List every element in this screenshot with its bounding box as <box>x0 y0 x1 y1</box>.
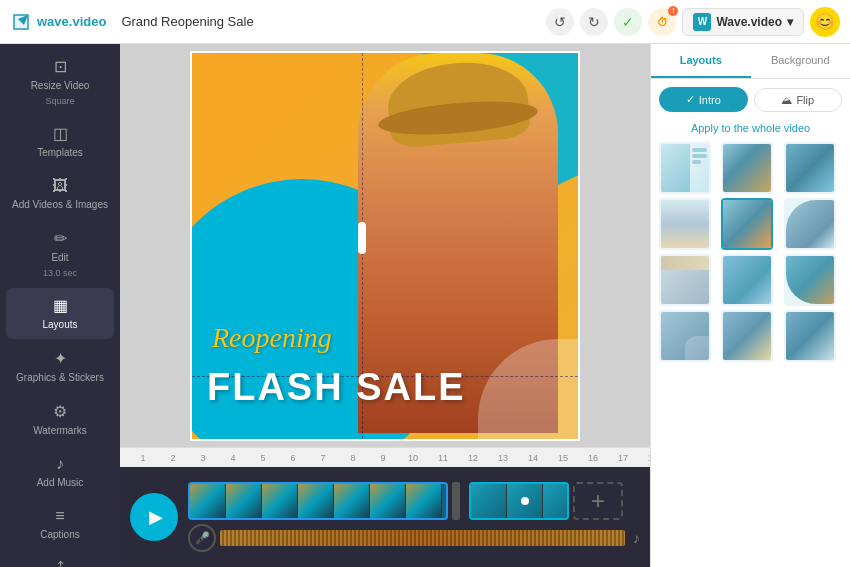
play-button[interactable]: ▶ <box>130 493 178 541</box>
sidebar-label-add-videos: Add Videos & Images <box>12 199 108 211</box>
sidebar-item-add-videos[interactable]: 🖼 Add Videos & Images <box>6 169 114 219</box>
flip-label: Flip <box>796 94 814 106</box>
sidebar-item-watermarks[interactable]: ⚙ Watermarks <box>6 394 114 445</box>
ruler-mark: 12 <box>458 453 488 463</box>
sidebar-item-captions[interactable]: ≡ Captions <box>6 499 114 549</box>
canvas-wrapper[interactable]: Reopening FLASH SALE <box>120 44 650 447</box>
secondary-clip[interactable] <box>469 482 569 520</box>
ruler-mark: 14 <box>518 453 548 463</box>
sidebar-item-music[interactable]: ♪ Add Music <box>6 447 114 497</box>
ruler-mark: 18 <box>638 453 650 463</box>
sidebar-label-templates: Templates <box>37 147 83 159</box>
toggle-intro-button[interactable]: ✓ Intro <box>659 87 748 112</box>
sidebar-sub-edit: 13.0 sec <box>43 268 77 278</box>
clip-thumb <box>406 484 442 518</box>
captions-icon: ≡ <box>55 507 64 525</box>
tab-background[interactable]: Background <box>751 44 851 78</box>
layout-thumb-12[interactable] <box>784 310 836 362</box>
topbar-controls: ↺ ↻ ✓ ⏱ ! W Wave.video ▾ 😊 <box>546 7 840 37</box>
undo-button[interactable]: ↺ <box>546 8 574 36</box>
sidebar-label-captions: Captions <box>40 529 79 541</box>
project-title[interactable]: Grand Reopening Sale <box>121 14 253 29</box>
mic-button[interactable]: 🎤 <box>188 524 216 552</box>
layout-thumb-8[interactable] <box>721 254 773 306</box>
clip-thumb <box>507 484 543 518</box>
sidebar-sub-resize: Square <box>45 96 74 106</box>
add-videos-icon: 🖼 <box>52 177 68 195</box>
workspace-label: Wave.video <box>716 15 782 29</box>
workspace-selector[interactable]: W Wave.video ▾ <box>682 8 804 36</box>
secondary-thumbnails <box>471 484 567 518</box>
panel-content: ✓ Intro ⛰ Flip Apply to the whole video <box>651 79 850 567</box>
clip-thumbnails <box>190 484 442 518</box>
panel-tabs: Layouts Background <box>651 44 850 79</box>
layout-thumb-3[interactable] <box>784 142 836 194</box>
ruler-mark: 2 <box>158 453 188 463</box>
layout-thumb-1[interactable] <box>659 142 711 194</box>
layout-thumb-11[interactable] <box>721 310 773 362</box>
layout-thumb-2[interactable] <box>721 142 773 194</box>
graphics-icon: ✦ <box>54 349 67 368</box>
canvas[interactable]: Reopening FLASH SALE <box>190 51 580 441</box>
right-panel: Layouts Background ✓ Intro ⛰ Flip Apply … <box>650 44 850 567</box>
audio-wave <box>220 530 625 546</box>
ruler-mark: 4 <box>218 453 248 463</box>
timer-badge: ! <box>668 6 678 16</box>
canvas-text-reopening: Reopening <box>212 322 332 354</box>
ruler-mark: 16 <box>578 453 608 463</box>
timeline: ▶ 8.0 sec ✕ ✎ <box>120 467 650 567</box>
layout-thumb-5[interactable] <box>721 198 773 250</box>
ruler-mark: 1 <box>128 453 158 463</box>
sidebar-item-resize[interactable]: ⊡ Resize Video Square <box>6 49 114 114</box>
layout-thumb-9[interactable] <box>784 254 836 306</box>
layout-thumb-4[interactable] <box>659 198 711 250</box>
publish-icon: ⤴ <box>56 559 64 567</box>
sidebar-item-layouts[interactable]: ▦ Layouts <box>6 288 114 339</box>
templates-icon: ◫ <box>53 124 68 143</box>
sidebar-item-templates[interactable]: ◫ Templates <box>6 116 114 167</box>
sidebar-item-edit[interactable]: ✏ Edit 13.0 sec <box>6 221 114 286</box>
sidebar-label-graphics: Graphics & Stickers <box>16 372 104 384</box>
ruler-mark: 17 <box>608 453 638 463</box>
toggle-row: ✓ Intro ⛰ Flip <box>659 87 842 112</box>
check-button[interactable]: ✓ <box>614 8 642 36</box>
redo-button[interactable]: ↻ <box>580 8 608 36</box>
resize-icon: ⊡ <box>54 57 67 76</box>
music-icon: ♪ <box>56 455 64 473</box>
sidebar-label-watermarks: Watermarks <box>33 425 87 437</box>
avatar[interactable]: 😊 <box>810 7 840 37</box>
logo-icon <box>10 11 32 33</box>
workspace-icon: W <box>693 13 711 31</box>
layout-thumb-7[interactable] <box>659 254 711 306</box>
clip-thumb <box>334 484 370 518</box>
sidebar-item-publish[interactable]: ⤴ Publish <box>6 551 114 567</box>
apply-to-whole-video[interactable]: Apply to the whole video <box>659 122 842 134</box>
clip-thumb <box>298 484 334 518</box>
layout-grid <box>659 142 842 362</box>
clip-thumb <box>543 484 567 518</box>
add-clip-button[interactable]: + <box>573 482 623 520</box>
layouts-icon: ▦ <box>53 296 68 315</box>
clip-divider <box>452 482 460 520</box>
flip-icon: ⛰ <box>781 94 792 106</box>
layout-thumb-6[interactable] <box>784 198 836 250</box>
sidebar-label-music: Add Music <box>37 477 84 489</box>
ruler-mark: 10 <box>398 453 428 463</box>
main-clip[interactable]: 8.0 sec ✕ ✎ <box>188 482 448 520</box>
topbar: wave.video Grand Reopening Sale ↺ ↻ ✓ ⏱ … <box>0 0 850 44</box>
workspace-chevron: ▾ <box>787 15 793 29</box>
main-area: ⊡ Resize Video Square ◫ Templates 🖼 Add … <box>0 44 850 567</box>
sidebar-item-graphics[interactable]: ✦ Graphics & Stickers <box>6 341 114 392</box>
ruler-mark: 9 <box>368 453 398 463</box>
ruler: 1 2 3 4 5 6 7 8 9 10 11 12 13 14 15 16 1… <box>120 447 650 467</box>
canvas-text-flash: FLASH SALE <box>207 366 466 409</box>
logo[interactable]: wave.video <box>10 11 106 33</box>
ruler-mark: 8 <box>338 453 368 463</box>
timer-button[interactable]: ⏱ ! <box>648 8 676 36</box>
logo-text: wave.video <box>37 14 106 29</box>
toggle-flip-button[interactable]: ⛰ Flip <box>754 88 843 112</box>
tab-layouts[interactable]: Layouts <box>651 44 751 78</box>
sidebar-label-layouts: Layouts <box>42 319 77 331</box>
ruler-mark: 11 <box>428 453 458 463</box>
layout-thumb-10[interactable] <box>659 310 711 362</box>
